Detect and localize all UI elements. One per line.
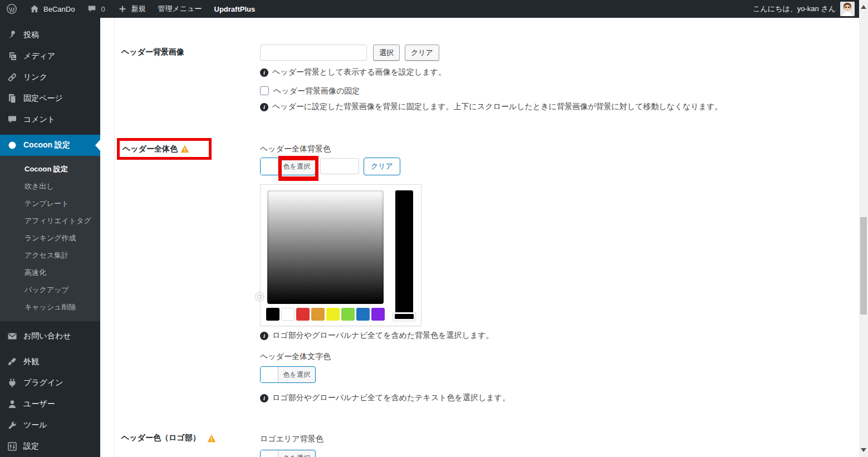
settings-content: ヘッダー背景画像 選択 クリア ヘッダー背景として表示する画像を設定します。 ヘ…: [100, 18, 859, 457]
submenu-speed-up[interactable]: 高速化: [0, 264, 100, 281]
submenu-cache-delete[interactable]: キャッシュ削除: [0, 298, 100, 316]
scroll-down-arrow[interactable]: [861, 448, 866, 452]
circle-icon: [7, 140, 18, 151]
color-picker-panel: [260, 184, 421, 326]
avatar-image: [840, 2, 855, 16]
warning-icon: [180, 145, 189, 153]
palette-swatch-orange[interactable]: [311, 308, 325, 321]
avatar[interactable]: [840, 2, 855, 16]
current-color-swatch: [261, 450, 278, 457]
updraftplus-menu[interactable]: UpdraftPlus: [208, 0, 262, 18]
submenu-template[interactable]: テンプレート: [0, 195, 100, 212]
header-bg-image-info: ヘッダー背景として表示する画像を設定します。: [272, 67, 446, 77]
scroll-up-arrow[interactable]: [861, 5, 866, 9]
submenu-backup[interactable]: バックアップ: [0, 281, 100, 298]
sidebar-item-contact[interactable]: お問い合わせ: [0, 326, 100, 347]
palette-swatch-green[interactable]: [341, 308, 355, 321]
sidebar-item-settings[interactable]: 設定: [0, 436, 100, 457]
cocoon-submenu: Cocoon 設定 吹き出し テンプレート アフィリエイトタグ ランキング作成 …: [0, 156, 100, 321]
info-icon: [260, 394, 268, 402]
admin-sidebar: 投稿 メディア リンク 固定ページ コメント Cocoon 設定: [0, 18, 100, 457]
user-icon: [7, 399, 18, 410]
sidebar-item-posts[interactable]: 投稿: [0, 24, 100, 46]
submenu-speech-bubble[interactable]: 吹き出し: [0, 178, 100, 195]
header-all-color-label: ヘッダー全体色: [122, 144, 178, 154]
sidebar-item-links[interactable]: リンク: [0, 67, 100, 88]
wordpress-menu[interactable]: [0, 0, 23, 18]
pick-color-button[interactable]: 色を選択: [260, 158, 316, 175]
current-color-swatch: [261, 158, 278, 175]
current-color-swatch: [261, 367, 278, 382]
fixed-bg-checkbox-label: ヘッダー背景画像の固定: [273, 86, 360, 95]
page-scrollbar[interactable]: [859, 0, 868, 457]
header-bg-image-label: ヘッダー背景画像: [121, 47, 184, 57]
sidebar-item-media[interactable]: メディア: [0, 46, 100, 67]
site-link[interactable]: BeCanDo: [23, 0, 81, 18]
pin-icon: [7, 30, 18, 41]
header-text-color-label: ヘッダー全体文字色: [260, 352, 331, 362]
palette-swatch-blue[interactable]: [356, 308, 370, 321]
palette-swatch-yellow[interactable]: [326, 308, 340, 321]
submenu-access-stats[interactable]: アクセス集計: [0, 247, 100, 264]
sidebar-item-comments[interactable]: コメント: [0, 109, 100, 130]
pick-text-color-button[interactable]: 色を選択: [260, 366, 316, 383]
info-icon: [260, 68, 268, 77]
comment-count: 0: [101, 5, 105, 13]
sidebar-item-plugins[interactable]: プラグイン: [0, 372, 100, 394]
color-picker-marker[interactable]: [256, 293, 263, 301]
sidebar-item-users[interactable]: ユーザー: [0, 394, 100, 415]
comments-icon: [7, 114, 18, 125]
home-icon: [30, 4, 40, 14]
wordpress-logo-icon: [6, 3, 17, 14]
new-label: 新規: [131, 4, 146, 14]
annotation-box-header-all-color: ヘッダー全体色: [117, 138, 212, 160]
admin-menu-shortcut[interactable]: 管理メニュー: [152, 0, 208, 18]
pick-logo-color-button[interactable]: 色を選択: [260, 450, 316, 457]
mail-icon: [7, 331, 18, 342]
submenu-affiliate-tag[interactable]: アフィリエイトタグ: [0, 212, 100, 229]
header-bg-color-info: ロゴ部分やグローバルナビ全てを含めた背景色を選択します。: [272, 331, 494, 341]
clear-color-button[interactable]: クリア: [364, 158, 400, 175]
admin-bar: BeCanDo 0 新規 管理メニュー UpdraftPlus こんにちは、yo…: [0, 0, 859, 18]
palette-swatch-black[interactable]: [266, 308, 279, 321]
info-icon: [260, 103, 268, 111]
logo-area-bg-color-label: ロゴエリア背景色: [260, 434, 323, 444]
plug-icon: [7, 377, 18, 389]
user-greeting[interactable]: こんにちは、yo-kan さん: [753, 4, 836, 14]
brush-icon: [7, 356, 18, 367]
warning-icon: [207, 434, 216, 443]
site-name: BeCanDo: [43, 5, 75, 13]
header-logo-color-label: ヘッダー色（ロゴ部）: [121, 433, 200, 443]
hex-color-input[interactable]: [320, 158, 359, 174]
header-bg-image-input[interactable]: [260, 45, 367, 61]
sidebar-item-appearance[interactable]: 外観: [0, 351, 100, 372]
palette-swatch-purple[interactable]: [371, 308, 385, 321]
pages-icon: [7, 93, 18, 104]
sidebar-item-tools[interactable]: ツール: [0, 415, 100, 436]
new-content-menu[interactable]: 新規: [111, 0, 152, 18]
sidebar-item-cocoon-settings[interactable]: Cocoon 設定: [0, 135, 100, 156]
submenu-ranking[interactable]: ランキング作成: [0, 229, 100, 247]
comments-shortcut[interactable]: 0: [81, 0, 111, 18]
comment-bubble-icon: [87, 4, 97, 14]
media-icon: [7, 51, 18, 62]
hue-strip-handle[interactable]: [393, 312, 415, 321]
link-icon: [7, 72, 18, 83]
color-gradient-square[interactable]: [267, 190, 384, 304]
scrollbar-thumb[interactable]: [860, 217, 867, 315]
sidebar-item-pages[interactable]: 固定ページ: [0, 88, 100, 109]
wrench-icon: [7, 420, 18, 431]
clear-image-button[interactable]: クリア: [405, 45, 439, 61]
info-icon: [260, 332, 268, 340]
header-text-color-info: ロゴ部分やグローバルナビ全てを含めたテキスト色を選択します。: [272, 393, 510, 403]
palette-swatch-red[interactable]: [296, 308, 310, 321]
fixed-bg-info: ヘッダーに設定した背景画像を背景に固定します。上下にスクロールしたときに背景画像…: [272, 102, 723, 112]
submenu-cocoon-settings[interactable]: Cocoon 設定: [0, 160, 100, 178]
select-image-button[interactable]: 選択: [373, 45, 400, 61]
content-divider-line: [114, 18, 115, 457]
fixed-bg-checkbox[interactable]: [260, 86, 269, 95]
hue-strip[interactable]: [395, 190, 413, 320]
plus-icon: [117, 4, 127, 14]
palette-swatches: [266, 308, 385, 321]
palette-swatch-white[interactable]: [281, 308, 295, 321]
